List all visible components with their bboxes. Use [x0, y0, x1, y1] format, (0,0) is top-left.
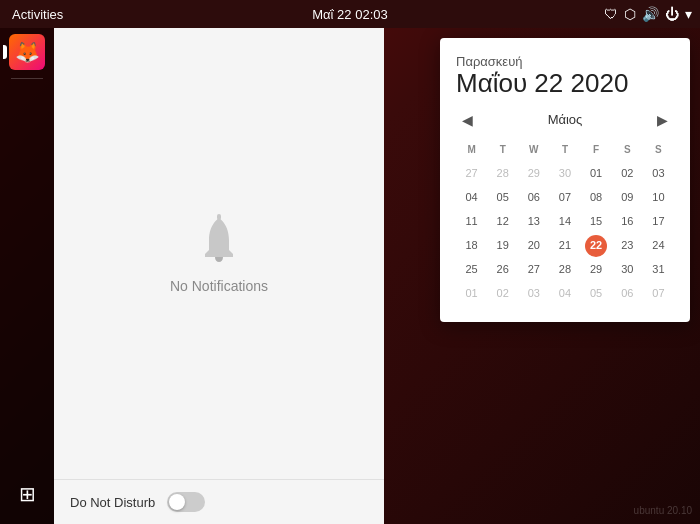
calendar-day-cell[interactable]: 06 [523, 187, 545, 209]
calendar-day-cell[interactable]: 27 [523, 259, 545, 281]
calendar-day-cell[interactable]: 30 [554, 163, 576, 185]
calendar-day-cell[interactable]: 27 [461, 163, 483, 185]
calendar-day-cell[interactable]: 08 [585, 187, 607, 209]
dock-active-indicator [3, 45, 7, 59]
calendar-nav: ◀ Μάιος ▶ [456, 110, 674, 130]
topbar-left: Activities [8, 7, 67, 22]
do-not-disturb-label: Do Not Disturb [70, 495, 155, 510]
calendar-day-cell[interactable]: 28 [492, 163, 514, 185]
do-not-disturb-toggle[interactable] [167, 492, 205, 512]
volume-icon[interactable]: 🔊 [642, 6, 659, 22]
calendar-day-header: T [492, 139, 514, 161]
bell-icon [195, 214, 243, 270]
calendar-day-cell[interactable]: 23 [616, 235, 638, 257]
desktop: 🦊 ⊞ No Notifications Do Not Disturb [0, 28, 700, 524]
calendar-day-header: S [647, 139, 669, 161]
topbar-right: 🛡 ⬡ 🔊 ⏻ ▾ [604, 6, 692, 22]
calendar-day-cell[interactable]: 26 [492, 259, 514, 281]
bell-icon-container: No Notifications [170, 214, 268, 294]
calendar-date-full: Μαΐου 22 2020 [456, 69, 674, 98]
svg-rect-0 [217, 214, 221, 220]
calendar-day-cell[interactable]: 01 [585, 163, 607, 185]
network-icon[interactable]: ⬡ [624, 6, 636, 22]
dock-item-firefox[interactable]: 🦊 [7, 32, 47, 72]
calendar-day-cell[interactable]: 04 [461, 187, 483, 209]
calendar-panel: Παρασκευή Μαΐου 22 2020 ◀ Μάιος ▶ MTWTFS… [440, 38, 690, 322]
activities-button[interactable]: Activities [8, 7, 67, 22]
toggle-knob [169, 494, 185, 510]
calendar-day-header: S [616, 139, 638, 161]
calendar-day-cell[interactable]: 18 [461, 235, 483, 257]
topbar: Activities Μαΐ 22 02:03 🛡 ⬡ 🔊 ⏻ ▾ [0, 0, 700, 28]
calendar-month-label: Μάιος [548, 112, 583, 127]
calendar-week-row: 25262728293031 [456, 258, 674, 282]
calendar-week-row: 27282930010203 [456, 162, 674, 186]
calendar-day-cell[interactable]: 04 [554, 283, 576, 305]
calendar-week-row: 11121314151617 [456, 210, 674, 234]
notification-empty-state: No Notifications [54, 28, 384, 479]
calendar-day-cell[interactable]: 28 [554, 259, 576, 281]
calendar-week-row: 04050607080910 [456, 186, 674, 210]
system-menu-icon[interactable]: ▾ [685, 6, 692, 22]
calendar-day-cell[interactable]: 16 [616, 211, 638, 233]
calendar-day-cell[interactable]: 29 [523, 163, 545, 185]
calendar-day-cell[interactable]: 24 [647, 235, 669, 257]
calendar-day-cell[interactable]: 11 [461, 211, 483, 233]
dock-item-apps-grid[interactable]: ⊞ [7, 474, 47, 514]
calendar-day-cell[interactable]: 10 [647, 187, 669, 209]
calendar-day-cell[interactable]: 15 [585, 211, 607, 233]
calendar-day-cell[interactable]: 30 [616, 259, 638, 281]
calendar-header: Παρασκευή Μαΐου 22 2020 [456, 54, 674, 98]
calendar-day-cell[interactable]: 06 [616, 283, 638, 305]
calendar-week-row: 18192021222324 [456, 234, 674, 258]
calendar-day-cell[interactable]: 03 [647, 163, 669, 185]
calendar-day-header: T [554, 139, 576, 161]
calendar-day-cell[interactable]: 07 [647, 283, 669, 305]
topbar-center: Μαΐ 22 02:03 [312, 7, 387, 22]
calendar-day-header: W [523, 139, 545, 161]
calendar-weeks: 2728293001020304050607080910111213141516… [456, 162, 674, 306]
calendar-next-button[interactable]: ▶ [651, 110, 674, 130]
calendar-day-cell[interactable]: 14 [554, 211, 576, 233]
dock: 🦊 ⊞ [0, 28, 54, 524]
dock-separator [11, 78, 43, 79]
calendar-day-cell[interactable]: 07 [554, 187, 576, 209]
calendar-day-cell[interactable]: 01 [461, 283, 483, 305]
calendar-day-cell[interactable]: 29 [585, 259, 607, 281]
calendar-day-cell[interactable]: 19 [492, 235, 514, 257]
calendar-day-cell[interactable]: 31 [647, 259, 669, 281]
ubuntu-watermark: ubuntu 20.10 [634, 505, 692, 516]
calendar-day-cell[interactable]: 17 [647, 211, 669, 233]
calendar-day-cell[interactable]: 09 [616, 187, 638, 209]
calendar-day-cell[interactable]: 25 [461, 259, 483, 281]
no-notifications-label: No Notifications [170, 278, 268, 294]
notification-footer: Do Not Disturb [54, 479, 384, 524]
calendar-day-cell[interactable]: 05 [492, 187, 514, 209]
calendar-day-header: M [461, 139, 483, 161]
notification-panel: No Notifications Do Not Disturb [54, 28, 384, 524]
calendar-day-cell[interactable]: 02 [616, 163, 638, 185]
calendar-day-cell[interactable]: 05 [585, 283, 607, 305]
calendar-day-cell[interactable]: 13 [523, 211, 545, 233]
calendar-day-cell[interactable]: 20 [523, 235, 545, 257]
calendar-day-cell[interactable]: 22 [585, 235, 607, 257]
calendar-day-headers: MTWTFSS [456, 138, 674, 162]
calendar-day-cell[interactable]: 02 [492, 283, 514, 305]
shield-icon[interactable]: 🛡 [604, 6, 618, 22]
calendar-day-header: F [585, 139, 607, 161]
calendar-day-cell[interactable]: 12 [492, 211, 514, 233]
calendar-day-cell[interactable]: 03 [523, 283, 545, 305]
power-icon[interactable]: ⏻ [665, 6, 679, 22]
datetime-label[interactable]: Μαΐ 22 02:03 [312, 7, 387, 22]
calendar-grid: MTWTFSS 27282930010203040506070809101112… [456, 138, 674, 306]
calendar-prev-button[interactable]: ◀ [456, 110, 479, 130]
calendar-week-row: 01020304050607 [456, 282, 674, 306]
calendar-day-cell[interactable]: 21 [554, 235, 576, 257]
calendar-weekday: Παρασκευή [456, 54, 674, 69]
